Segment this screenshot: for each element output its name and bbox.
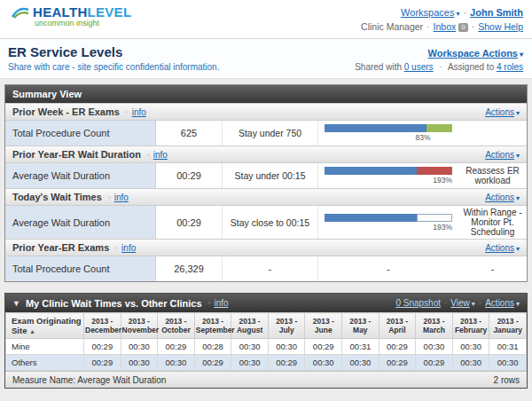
- inbox-link[interactable]: Inbox: [434, 21, 457, 32]
- chevron-down-icon: ▾: [456, 10, 459, 18]
- column-header-month[interactable]: 2013 - August: [231, 313, 269, 339]
- metric-note: -: [458, 256, 527, 281]
- clinic-panel-title: My Clinic Wait Times vs. Other Clinics: [26, 298, 202, 309]
- chevron-down-icon: ▾: [516, 194, 520, 202]
- section-title: Prior Year-ER Exams: [12, 242, 109, 253]
- metric-bar-cell: -: [318, 256, 458, 281]
- table-cell: 00:30: [231, 355, 269, 371]
- summary-view-header: Summary View: [5, 85, 527, 103]
- info-link[interactable]: info: [121, 243, 136, 253]
- actions-link[interactable]: Actions▾: [485, 298, 520, 308]
- logo-tagline: uncommon insight: [35, 19, 131, 28]
- rows-count-label: 2 rows: [494, 375, 520, 385]
- progress-bar: [325, 214, 452, 222]
- info-link[interactable]: info: [132, 107, 146, 117]
- column-header-month[interactable]: 2013 - April: [379, 313, 416, 339]
- info-link[interactable]: info: [214, 298, 228, 308]
- page-header: ER Service Levels Workspace Actions▾ Sha…: [0, 39, 532, 79]
- column-header-month[interactable]: 2013 - March: [416, 313, 453, 339]
- info-link[interactable]: info: [114, 193, 129, 202]
- metric-target: -: [223, 256, 318, 281]
- topbar: HEALTHLEVEL uncommon insight Workspaces▾…: [0, 0, 532, 39]
- dot-separator: ·: [444, 298, 447, 308]
- column-header-month[interactable]: 2013 - June: [305, 313, 342, 339]
- table-cell: 00:30: [452, 339, 489, 355]
- section-actions-link[interactable]: Actions▾: [485, 150, 520, 160]
- assigned-roles-link[interactable]: 4 roles: [497, 62, 523, 72]
- column-header-month[interactable]: 2013 - July: [268, 313, 305, 339]
- column-header-month[interactable]: 2013 - September: [194, 313, 231, 339]
- content-area: Summary View Prior Week - ER Exams ◦ inf…: [0, 79, 532, 392]
- chevron-down-icon: ▾: [520, 51, 523, 59]
- table-cell: 00:28: [194, 339, 231, 355]
- clinic-panel-header: ▼ My Clinic Wait Times vs. Other Clinics…: [5, 294, 527, 312]
- column-header-site[interactable]: Exam Originating Site ▲: [6, 313, 84, 339]
- table-cell: 00:30: [489, 355, 527, 371]
- workspaces-link[interactable]: Workspaces▾: [401, 7, 459, 18]
- progress-percent: 83%: [325, 133, 431, 142]
- metric-value: 625: [156, 121, 223, 145]
- view-link[interactable]: View▾: [450, 298, 475, 308]
- logo-swoosh-icon: [11, 5, 30, 19]
- column-header-month[interactable]: 2013 - October: [158, 313, 195, 339]
- inbox-count-badge: 0: [458, 23, 467, 32]
- info-link[interactable]: info: [153, 150, 168, 160]
- bullet-icon: ◦: [126, 108, 129, 116]
- chevron-down-icon: ▾: [516, 245, 520, 253]
- column-header-month[interactable]: 2013 - May: [342, 313, 379, 339]
- section-actions-link[interactable]: Actions▾: [485, 107, 520, 117]
- metric-row: Total Procedure Count 625 Stay under 750…: [5, 121, 527, 145]
- column-header-month[interactable]: 2013 - January: [489, 313, 527, 339]
- metric-note: Reassess ER workload: [458, 163, 527, 188]
- topbar-links: Workspaces▾·John Smith Clinic Manager·In…: [361, 4, 523, 38]
- collapse-triangle-icon[interactable]: ▼: [12, 299, 20, 308]
- clinic-comparison-panel: ▼ My Clinic Wait Times vs. Other Clinics…: [4, 293, 528, 389]
- metric-bar-cell: 193%: [318, 206, 458, 239]
- shared-users-link[interactable]: 0 users: [404, 62, 434, 72]
- metric-note: Within Range - Monitor Pt. Scheduling: [458, 206, 527, 239]
- column-header-month[interactable]: 2013 - December: [84, 313, 121, 339]
- clinic-wait-times-table: Exam Originating Site ▲ 2013 - December …: [5, 312, 527, 371]
- show-help-link[interactable]: Show Help: [478, 21, 523, 32]
- section-title: Prior Year-ER Wait Duration: [12, 149, 141, 160]
- dot-separator: ·: [479, 298, 481, 308]
- chevron-down-icon: ▾: [516, 300, 520, 308]
- table-cell: 00:29: [416, 355, 453, 371]
- metric-row: Average Wait Duration 00:29 Stay close t…: [5, 206, 527, 239]
- table-cell: 00:29: [194, 355, 231, 371]
- metric-row: Average Wait Duration 00:29 Stay under 0…: [5, 163, 527, 188]
- section-header-prior-year-er-exams: Prior Year-ER Exams ◦ info Actions▾: [5, 239, 527, 256]
- section-header-prior-week-er-exams: Prior Week - ER Exams ◦ info Actions▾: [5, 103, 527, 121]
- column-header-month[interactable]: 2013 - November: [121, 313, 158, 339]
- metric-value: 00:29: [156, 163, 223, 188]
- progress-percent: 193%: [325, 223, 452, 232]
- table-cell: 00:31: [342, 339, 379, 355]
- table-row-others: Others 00:29 00:30 00:30 00:29 00:30 00:…: [6, 355, 527, 371]
- metric-note: [458, 121, 527, 145]
- table-cell: 00:29: [84, 355, 121, 371]
- chevron-down-icon: ▾: [516, 109, 520, 117]
- metric-label: Average Wait Duration: [5, 206, 156, 239]
- metric-row: Total Procedure Count 26,329 - - -: [5, 256, 527, 281]
- section-actions-link[interactable]: Actions▾: [485, 193, 520, 202]
- section-title: Prior Week - ER Exams: [12, 106, 120, 117]
- dot-separator: ·: [472, 21, 475, 32]
- metric-value: 00:29: [156, 206, 223, 239]
- snapshot-link[interactable]: 0 Snapshot: [395, 298, 441, 308]
- user-link[interactable]: John Smith: [470, 7, 523, 18]
- workspace-actions-link[interactable]: Workspace Actions▾: [428, 48, 524, 59]
- table-cell: 00:30: [121, 355, 158, 371]
- table-cell: 00:29: [305, 339, 342, 355]
- progress-bar: [325, 167, 452, 175]
- table-cell: 00:30: [416, 339, 453, 355]
- section-actions-link[interactable]: Actions▾: [485, 243, 520, 253]
- metric-label: Total Procedure Count: [5, 256, 156, 281]
- metric-target: Stay under 00:15: [223, 163, 318, 188]
- table-cell: 00:30: [231, 339, 269, 355]
- row-label: Mine: [6, 339, 84, 355]
- dot-separator: ·: [426, 21, 430, 32]
- table-cell: 00:29: [379, 339, 416, 355]
- column-header-month[interactable]: 2013 - February: [452, 313, 489, 339]
- page-title: ER Service Levels: [8, 44, 122, 59]
- metric-target: Stay under 750: [223, 121, 318, 145]
